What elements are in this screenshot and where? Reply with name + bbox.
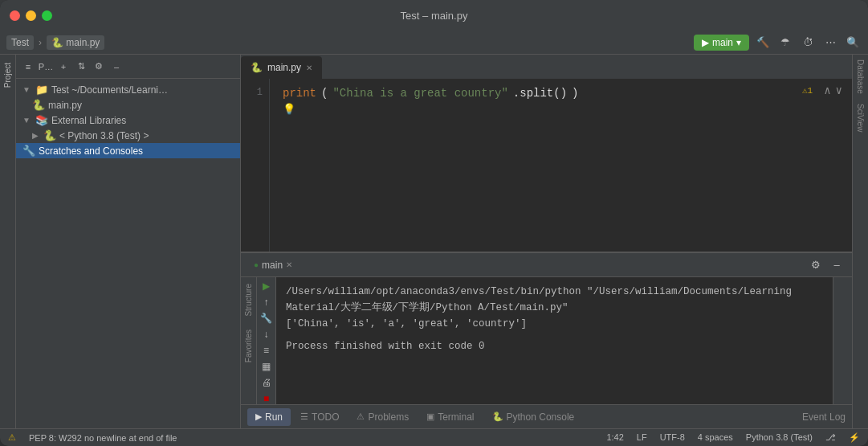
tree-arrow-ext: ▼ xyxy=(22,116,31,125)
run-panel-tab[interactable]: ● main ✕ xyxy=(247,258,299,272)
output-line-exit: Process finished with exit code 0 xyxy=(286,338,823,354)
status-indent[interactable]: 4 spaces xyxy=(698,432,733,443)
run-play-icon[interactable]: ▶ xyxy=(259,280,274,292)
run-dropdown-icon: ▾ xyxy=(736,37,741,48)
tree-item-mainpy[interactable]: 🐍 main.py xyxy=(16,97,240,113)
close-panel-icon[interactable]: – xyxy=(109,59,124,74)
run-down-icon[interactable]: ↓ xyxy=(259,329,274,340)
run-config-label: main xyxy=(712,37,733,48)
right-sidebar: Database SciView xyxy=(852,55,868,428)
project-type-icon[interactable]: P… xyxy=(39,59,53,74)
run-list-icon[interactable]: ≡ xyxy=(259,345,274,356)
file-tab-mainpy[interactable]: 🐍 main.py ✕ xyxy=(241,56,322,79)
add-icon[interactable]: + xyxy=(56,59,71,74)
traffic-lights xyxy=(10,10,52,21)
breadcrumb-file[interactable]: 🐍 main.py xyxy=(47,35,104,50)
more-actions-icon[interactable]: ⋯ xyxy=(821,34,839,51)
warning-count[interactable]: ⚠1 xyxy=(802,85,813,96)
code-content[interactable]: print("China is a great country".split()… xyxy=(270,79,852,252)
tree-arrow-test: ▼ xyxy=(22,85,31,94)
breadcrumb-sep: › xyxy=(39,37,42,48)
database-label[interactable]: Database xyxy=(856,55,865,99)
tab-run[interactable]: ▶ Run xyxy=(247,408,291,426)
terminal-tab-icon: ▣ xyxy=(426,411,434,422)
run-stop-icon[interactable]: ■ xyxy=(259,393,274,404)
run-status-icon: ● xyxy=(254,260,259,269)
output-scrollbar[interactable] xyxy=(833,277,852,404)
project-panel-label[interactable]: Project xyxy=(3,58,12,92)
coverage-icon[interactable]: ☂ xyxy=(776,34,794,51)
sciview-label[interactable]: SciView xyxy=(856,99,865,137)
status-lf[interactable]: LF xyxy=(637,432,647,443)
run-toolbar: ● main ✕ ⚙ – xyxy=(241,253,852,277)
close-button[interactable] xyxy=(10,10,20,21)
run-wrench-icon[interactable]: 🔧 xyxy=(259,313,274,324)
scratches-icon: 🔧 xyxy=(22,145,35,157)
maximize-button[interactable] xyxy=(42,10,52,21)
tab-problems[interactable]: ⚠ Problems xyxy=(348,408,417,426)
gutter-warnings: ⚠1 ∧ ∨ xyxy=(802,84,842,97)
terminal-tab-label: Terminal xyxy=(438,411,474,423)
status-power-icon[interactable]: ⚡ xyxy=(849,432,860,443)
todo-tab-label: TODO xyxy=(312,411,339,423)
tab-python-console[interactable]: 🐍 Python Console xyxy=(484,408,583,426)
run-minimize-icon[interactable]: – xyxy=(828,256,846,274)
status-python[interactable]: Python 3.8 (Test) xyxy=(746,432,813,443)
profile-icon[interactable]: ⏱ xyxy=(799,34,817,51)
status-position[interactable]: 1:42 xyxy=(606,432,623,443)
title-bar: Test – main.py xyxy=(0,0,868,31)
status-warning-text[interactable]: PEP 8: W292 no newline at end of file xyxy=(29,433,177,443)
run-grid-icon[interactable]: ▦ xyxy=(259,361,274,372)
settings-icon[interactable]: ⚙ xyxy=(92,59,106,74)
structure-label[interactable]: Structure xyxy=(244,280,253,320)
run-settings-icon[interactable]: ⚙ xyxy=(807,256,825,274)
lightbulb-icon[interactable]: 💡 xyxy=(283,104,295,116)
status-git-icon[interactable]: ⎇ xyxy=(825,432,836,443)
project-tree: ▼ 📁 Test ~/Documents/Learni… 🐍 main.py ▼… xyxy=(16,79,240,428)
file-tabs: 🐍 main.py ✕ xyxy=(241,55,852,79)
run-button[interactable]: ▶ main ▾ xyxy=(694,35,749,51)
tree-item-scratches[interactable]: 🔧 Scratches and Consoles xyxy=(16,143,240,158)
status-utf8[interactable]: UTF-8 xyxy=(660,432,685,443)
problems-tab-icon: ⚠ xyxy=(357,411,365,422)
nav-down-icon[interactable]: ∨ xyxy=(836,84,842,97)
tab-terminal[interactable]: ▣ Terminal xyxy=(418,408,482,426)
code-token-paren-open: ( xyxy=(321,87,328,100)
favorites-label[interactable]: Favorites xyxy=(244,326,253,366)
project-sidebar-strip: Project xyxy=(0,55,16,428)
build-icon[interactable]: 🔨 xyxy=(754,34,772,51)
tree-item-python38[interactable]: ▶ 🐍 < Python 3.8 (Test) > xyxy=(16,128,240,143)
python-file-icon: 🐍 xyxy=(32,99,45,111)
warning-triangle-icon: ⚠ xyxy=(8,432,16,443)
output-area: /Users/william/opt/anaconda3/envs/Test/b… xyxy=(276,277,833,404)
run-tab-label: Run xyxy=(265,411,283,423)
event-log-link[interactable]: Event Log xyxy=(802,411,846,423)
run-print-icon[interactable]: 🖨 xyxy=(259,377,274,388)
run-up-icon[interactable]: ↑ xyxy=(259,297,274,308)
libs-icon: 📚 xyxy=(35,114,48,126)
minimize-button[interactable] xyxy=(26,10,36,21)
hint-row: 💡 xyxy=(283,103,839,116)
todo-tab-icon: ☰ xyxy=(300,411,308,422)
breadcrumb-test[interactable]: Test xyxy=(6,35,34,50)
run-icon: ▶ xyxy=(702,37,709,48)
search-icon[interactable]: 🔍 xyxy=(844,34,862,51)
status-bar: ⚠ PEP 8: W292 no newline at end of file … xyxy=(0,428,868,446)
structure-strip: Structure Favorites xyxy=(241,277,257,404)
folder-icon-test: 📁 xyxy=(35,84,48,96)
nav-up-icon[interactable]: ∧ xyxy=(824,84,830,97)
project-menu-icon[interactable]: ≡ xyxy=(21,59,35,74)
python-console-tab-icon: 🐍 xyxy=(492,411,503,422)
app-window: Test – main.py Test › 🐍 main.py ▶ main ▾… xyxy=(0,0,868,446)
navbar: Test › 🐍 main.py ▶ main ▾ 🔨 ☂ ⏱ ⋯ 🔍 xyxy=(0,31,868,55)
tab-todo[interactable]: ☰ TODO xyxy=(292,408,347,426)
tree-label-mainpy: main.py xyxy=(48,100,82,111)
tab-close-icon[interactable]: ✕ xyxy=(306,63,312,72)
tree-item-test-root[interactable]: ▼ 📁 Test ~/Documents/Learni… xyxy=(16,82,240,97)
line-number-1: 1 xyxy=(247,87,263,98)
run-panel-close-icon[interactable]: ✕ xyxy=(286,260,292,269)
sort-icon[interactable]: ⇅ xyxy=(74,59,88,74)
tree-item-ext-libs[interactable]: ▼ 📚 External Libraries xyxy=(16,113,240,128)
code-token-string: "China is a great country" xyxy=(332,87,507,100)
output-line-result: ['China', 'is', 'a', 'great', 'country'] xyxy=(286,316,823,332)
